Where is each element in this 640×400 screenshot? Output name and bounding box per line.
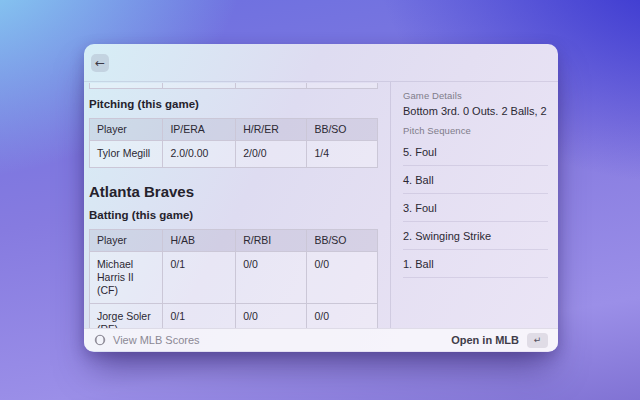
column-header-player: Player xyxy=(90,119,163,141)
open-in-mlb-action[interactable]: Open in MLB ↵ xyxy=(451,333,548,348)
pitch-item: 5. Foul xyxy=(403,138,548,166)
table-row: Michael Harris II (CF) 0/1 0/0 0/0 xyxy=(90,252,378,304)
open-in-mlb-label: Open in MLB xyxy=(451,334,519,346)
column-header-bb-so: BB/SO xyxy=(307,119,378,141)
team-heading: Atlanta Braves xyxy=(89,183,378,200)
stat-cell: 2.0/0.00 xyxy=(163,141,236,168)
game-details-label: Game Details xyxy=(403,90,548,101)
column-header-player: Player xyxy=(90,230,163,252)
window-header: ← xyxy=(84,44,558,82)
batting-table: Player H/AB R/RBI BB/SO Michael Harris I… xyxy=(89,229,378,328)
details-sidebar: Game Details Bottom 3rd. 0 Outs. 2 Balls… xyxy=(390,82,558,328)
pitch-sequence-label: Pitch Sequence xyxy=(403,125,548,136)
back-button[interactable]: ← xyxy=(91,54,109,72)
enter-key-badge: ↵ xyxy=(527,333,548,348)
pitch-item: 1. Ball xyxy=(403,250,548,278)
column-header-bb-so: BB/SO xyxy=(307,230,378,252)
pitching-section-title: Pitching (this game) xyxy=(89,98,378,110)
column-header-h-ab: H/AB xyxy=(163,230,236,252)
baseball-icon xyxy=(94,334,106,346)
pitching-header-row: Player IP/ERA H/R/ER BB/SO xyxy=(90,119,378,141)
main-content[interactable]: Pitching (this game) Player IP/ERA H/R/E… xyxy=(84,82,390,328)
pitch-item: 4. Ball xyxy=(403,166,548,194)
batter-name-cell: Jorge Soler (RF) xyxy=(90,304,163,329)
action-bar: View MLB Scores Open in MLB ↵ xyxy=(84,328,558,351)
stat-cell: 2/0/0 xyxy=(236,141,307,168)
game-details-value: Bottom 3rd. 0 Outs. 2 Balls, 2 Strik... xyxy=(403,105,548,117)
column-header-h-r-er: H/R/ER xyxy=(236,119,307,141)
pitch-item: 3. Foul xyxy=(403,194,548,222)
pitcher-name-cell: Tylor Megill xyxy=(90,141,163,168)
stat-cell: 0/0 xyxy=(236,252,307,304)
back-arrow-icon: ← xyxy=(95,57,105,69)
batting-section-title: Batting (this game) xyxy=(89,209,378,221)
pitching-table: Player IP/ERA H/R/ER BB/SO Tylor Megill … xyxy=(89,118,378,168)
table-row: Jorge Soler (RF) 0/1 0/0 0/0 xyxy=(90,304,378,329)
batter-name-cell: Michael Harris II (CF) xyxy=(90,252,163,304)
window-body: Pitching (this game) Player IP/ERA H/R/E… xyxy=(84,82,558,328)
stat-cell: 1/4 xyxy=(307,141,378,168)
clipped-table-fragment xyxy=(89,83,378,89)
column-header-r-rbi: R/RBI xyxy=(236,230,307,252)
column-header-ip-era: IP/ERA xyxy=(163,119,236,141)
stat-cell: 0/0 xyxy=(307,252,378,304)
mlb-game-detail-window: ← Pitching (this game) Player IP/ERA H/R… xyxy=(84,44,558,352)
stat-cell: 0/0 xyxy=(236,304,307,329)
pitch-item: 2. Swinging Strike xyxy=(403,222,548,250)
pitch-sequence-list: 5. Foul 4. Ball 3. Foul 2. Swinging Stri… xyxy=(403,138,548,278)
stat-cell: 0/1 xyxy=(163,252,236,304)
view-mlb-scores-label: View MLB Scores xyxy=(113,334,200,346)
batting-header-row: Player H/AB R/RBI BB/SO xyxy=(90,230,378,252)
table-row: Tylor Megill 2.0/0.00 2/0/0 1/4 xyxy=(90,141,378,168)
return-icon: ↵ xyxy=(534,335,542,345)
view-mlb-scores-action[interactable]: View MLB Scores xyxy=(94,334,200,346)
stat-cell: 0/0 xyxy=(307,304,378,329)
stat-cell: 0/1 xyxy=(163,304,236,329)
